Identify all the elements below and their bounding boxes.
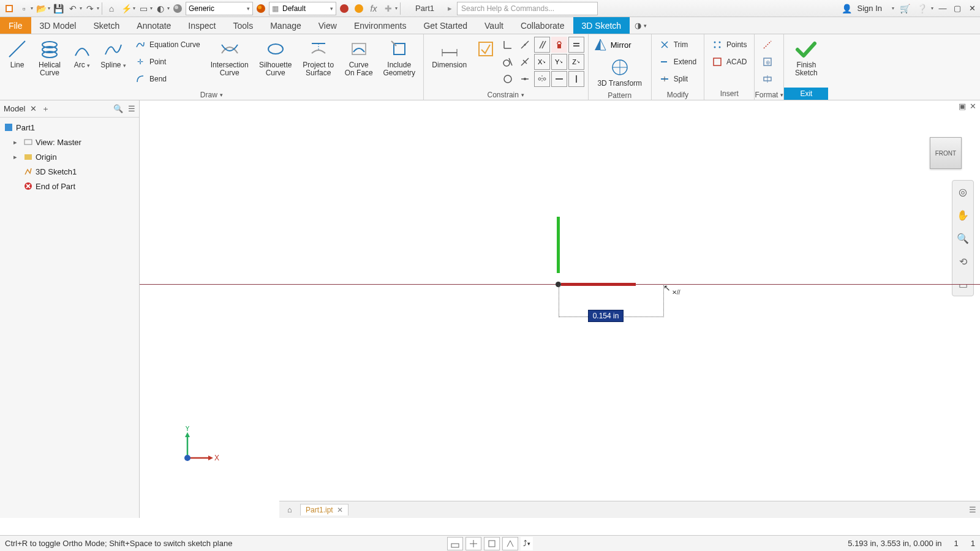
intersection-button[interactable]: Intersection Curve	[206, 37, 253, 78]
doctab-close-icon[interactable]: ✕	[337, 506, 343, 514]
smooth-icon[interactable]	[500, 71, 516, 87]
silhouette-button[interactable]: Silhouette Curve	[255, 37, 296, 78]
appearance-icon[interactable]	[254, 2, 268, 15]
snap-toggle-3[interactable]	[484, 537, 500, 550]
adjust-icon[interactable]	[352, 2, 366, 15]
select-icon[interactable]: ▭	[137, 2, 150, 15]
save-icon[interactable]: 💾	[51, 2, 65, 15]
snap-toggle-1[interactable]	[447, 537, 463, 550]
tree-sketch[interactable]: 3D Sketch1	[1, 164, 138, 179]
line-button[interactable]: Line	[4, 37, 31, 70]
project-button[interactable]: Project to Surface	[298, 37, 339, 78]
tab-vault[interactable]: Vault	[476, 17, 512, 34]
doctab-part1[interactable]: Part1.ipt✕	[300, 504, 349, 515]
dimension-button[interactable]: Dimension	[428, 37, 472, 70]
spline-button[interactable]: Spline ▾	[98, 37, 129, 70]
tab-collaborate[interactable]: Collaborate	[512, 17, 573, 34]
tab-view[interactable]: View	[310, 17, 345, 34]
fx-icon[interactable]: fx	[367, 2, 380, 15]
tab-inspect[interactable]: Inspect	[179, 17, 224, 34]
points-button[interactable]: Points	[708, 37, 750, 53]
snap-toggle-4[interactable]	[502, 537, 518, 550]
ony-icon[interactable]: Y↘	[551, 54, 567, 70]
tab-file[interactable]: File	[0, 17, 31, 34]
mirror-button[interactable]: Mirror	[592, 37, 635, 53]
signin-link[interactable]: Sign In	[858, 4, 882, 13]
trim-button[interactable]: Trim	[655, 37, 700, 53]
doctab-home-icon[interactable]: ⌂	[283, 504, 296, 516]
dimension-input[interactable]: 0.154 in	[588, 310, 624, 322]
construction-button[interactable]	[758, 37, 777, 53]
tree-view[interactable]: ▸View: Master	[1, 135, 138, 149]
concentric-icon[interactable]	[517, 71, 533, 87]
material-icon[interactable]: ◐	[154, 2, 167, 15]
arc-button[interactable]: Arc ▾	[69, 37, 96, 70]
tab-3dmodel[interactable]: 3D Model	[31, 17, 85, 34]
extend-button[interactable]: Extend	[655, 54, 700, 70]
canvas-restore-icon[interactable]: ▣	[959, 102, 966, 111]
open-icon[interactable]: 📂	[34, 2, 48, 15]
home-icon[interactable]: ⌂	[105, 2, 118, 15]
canvas[interactable]: ▣ ✕ FRONT ◎ ✋ 🔍 ⟲ ▭ 0.154 in ↖✕//	[140, 100, 980, 518]
equation-curve-button[interactable]: Equation Curve	[131, 37, 204, 53]
vertical-icon[interactable]	[568, 71, 584, 87]
acad-button[interactable]: ACAD	[708, 54, 750, 70]
user-icon[interactable]: 👤	[840, 2, 854, 15]
fix-icon[interactable]	[551, 37, 567, 53]
minimize-icon[interactable]: —	[937, 3, 948, 14]
viewcube[interactable]: FRONT	[930, 137, 962, 169]
perpendicular-icon[interactable]	[517, 54, 533, 70]
doctab-menu-icon[interactable]: ☰	[969, 505, 976, 514]
centerline-button[interactable]: ⊕	[758, 54, 777, 70]
snap-toggle-5[interactable]: ⤴ ▾	[521, 537, 533, 550]
update-icon[interactable]: ⚡	[119, 2, 133, 15]
browser-search-icon[interactable]: 🔍	[113, 104, 123, 113]
format-show-button[interactable]	[758, 71, 777, 87]
nav-zoom-icon[interactable]: 🔍	[956, 231, 970, 246]
help-icon[interactable]: ❔	[915, 2, 929, 15]
onx-icon[interactable]: X↘	[534, 54, 550, 70]
tab-tools[interactable]: Tools	[225, 17, 262, 34]
split-button[interactable]: Split	[655, 71, 700, 87]
include-button[interactable]: Include Geometry	[379, 37, 420, 78]
tree-origin[interactable]: ▸Origin	[1, 149, 138, 164]
onz-icon[interactable]: Z↘	[568, 54, 584, 70]
transform-button[interactable]: 3D Transform	[592, 55, 647, 89]
bend-button[interactable]: Bend	[131, 71, 204, 87]
nav-pan-icon[interactable]: ✋	[956, 208, 970, 222]
nav-lookat-icon[interactable]: ▭	[956, 277, 970, 292]
canvas-close-icon[interactable]: ✕	[970, 102, 976, 111]
collinear-icon[interactable]	[517, 37, 533, 53]
appearance-combo[interactable]: ▦Default▾	[269, 2, 336, 15]
undo-icon[interactable]: ↶	[66, 2, 80, 15]
tree-root[interactable]: Part1	[1, 120, 138, 135]
horizontal-icon[interactable]	[551, 71, 567, 87]
auto-constrain-button[interactable]	[474, 37, 497, 61]
redo-icon[interactable]: ↷	[83, 2, 97, 15]
snap-toggle-2[interactable]	[466, 537, 481, 550]
tree-endofpart[interactable]: End of Part	[1, 179, 138, 193]
plus-icon[interactable]: ✚	[382, 2, 395, 15]
tab-manage[interactable]: Manage	[262, 17, 310, 34]
equal-icon[interactable]	[568, 37, 584, 53]
symmetric-icon[interactable]	[534, 71, 550, 87]
tab-environments[interactable]: Environments	[345, 17, 415, 34]
search-input[interactable]: Search Help & Commands...	[457, 2, 598, 15]
nav-orbit-icon[interactable]: ⟲	[956, 254, 970, 269]
maximize-icon[interactable]: ▢	[952, 3, 963, 14]
new-icon[interactable]: ▫	[17, 2, 31, 15]
browser-close-icon[interactable]: ✕	[30, 104, 37, 113]
close-window-icon[interactable]: ✕	[967, 3, 978, 14]
tangent-icon[interactable]	[500, 54, 516, 70]
coincident-icon[interactable]	[500, 37, 516, 53]
browser-add-icon[interactable]: ＋	[42, 103, 50, 114]
material-combo[interactable]: Generic▾	[186, 2, 253, 15]
ribbon-options-icon[interactable]: ◑ ▾	[635, 17, 647, 34]
nav-wheel-icon[interactable]: ◎	[956, 184, 970, 199]
tab-getstarted[interactable]: Get Started	[415, 17, 476, 34]
parallel-icon[interactable]	[534, 37, 550, 53]
cart-icon[interactable]: 🛒	[898, 2, 911, 15]
color-icon[interactable]	[337, 2, 351, 15]
tab-annotate[interactable]: Annotate	[128, 17, 179, 34]
browser-menu-icon[interactable]: ☰	[128, 104, 135, 113]
